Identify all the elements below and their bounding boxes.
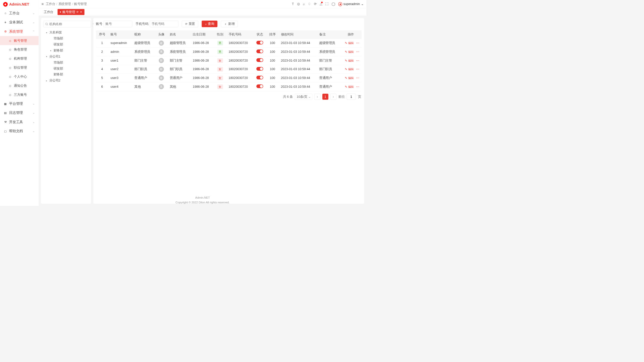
edit-icon: ✎: [345, 68, 347, 71]
tab-账号管理[interactable]: 账号管理⟳✕: [58, 9, 85, 15]
chevron-icon: ⌄: [33, 111, 35, 115]
add-button[interactable]: ＋新增: [221, 21, 238, 27]
col-排序: 排序: [266, 30, 278, 39]
status-switch[interactable]: [256, 67, 263, 71]
query-button[interactable]: ⌕查询: [202, 21, 218, 27]
tree-node[interactable]: 研发部: [44, 41, 89, 48]
text-size-icon[interactable]: T: [292, 2, 294, 6]
phone-input[interactable]: [150, 21, 178, 27]
status-switch[interactable]: [256, 84, 263, 88]
goto-unit: 页: [358, 95, 361, 99]
sidebar: ◉ Admin.NET ⌂工作台⌄✈业务测试⌄⚙系统管理⌃◇账号管理◇角色管理◇…: [0, 0, 39, 206]
menu-icon: ⌂: [4, 12, 7, 15]
col-手机号码: 手机号码: [226, 30, 253, 39]
chevron-icon: ⌄: [33, 120, 35, 124]
page-size-select[interactable]: 10条/页 ⌄: [295, 94, 312, 100]
sidebar-subitem-三方账号[interactable]: ◇三方账号: [0, 90, 39, 99]
sidebar-subitem-角色管理[interactable]: ◇角色管理: [0, 45, 39, 54]
menu-icon: ◇: [8, 75, 12, 78]
breadcrumb: 工作台/系统管理/账号管理: [46, 2, 87, 6]
page-1-button[interactable]: 1: [322, 94, 328, 100]
tree-node[interactable]: ▸财务部: [44, 48, 89, 54]
caret-icon: ▾: [46, 55, 48, 58]
chevron-icon: ⌄: [33, 12, 35, 15]
row-more-button[interactable]: ⋯: [356, 59, 359, 62]
sidebar-subitem-个人中心[interactable]: ◇个人中心: [0, 72, 39, 81]
edit-button[interactable]: ✎编辑: [345, 41, 354, 45]
edit-icon: ✎: [345, 59, 347, 62]
sidebar-subitem-通知公告[interactable]: ◇通知公告: [0, 81, 39, 90]
table-row: 1superadmin超级管理员超超级管理员1986-06-28男1802003…: [96, 39, 361, 48]
user-menu[interactable]: ◕ superadmin ⌄: [338, 2, 364, 6]
target-icon[interactable]: ◎: [297, 2, 300, 6]
tree-node[interactable]: 市场部: [44, 60, 89, 66]
menu-icon: ◇: [8, 66, 12, 69]
menu-icon: ▢: [4, 129, 7, 133]
account-label: 账号: [96, 22, 102, 26]
row-more-button[interactable]: ⋯: [356, 76, 359, 80]
caret-icon: ▸: [50, 49, 53, 52]
menu-icon: ◇: [8, 57, 12, 60]
menu-icon: ◇: [8, 93, 12, 97]
sidebar-item-业务测试[interactable]: ✈业务测试⌄: [0, 18, 39, 27]
status-switch[interactable]: [256, 76, 263, 79]
shirt-icon[interactable]: ♢: [308, 2, 311, 6]
col-出生日期: 出生日期: [190, 30, 214, 39]
table-row: 6user4其他其其他1986-06-28女180200307201002023…: [96, 82, 361, 91]
sidebar-item-系统管理[interactable]: ⚙系统管理⌃: [0, 27, 39, 36]
breadcrumb-item[interactable]: 系统管理: [58, 2, 71, 6]
sidebar-item-日志管理[interactable]: ▤日志管理⌄: [0, 108, 39, 117]
tree-node[interactable]: ▾分公司1: [44, 54, 89, 60]
org-search-input[interactable]: [44, 21, 91, 27]
tab-工作台[interactable]: 工作台: [42, 9, 56, 15]
prev-page-button[interactable]: ‹: [314, 94, 320, 100]
close-icon[interactable]: ✕: [80, 10, 82, 14]
search-icon[interactable]: ⌕: [303, 2, 305, 6]
gender-tag: 男: [217, 41, 223, 45]
sidebar-item-帮助文档[interactable]: ▢帮助文档⌄: [0, 127, 39, 136]
next-page-button[interactable]: ›: [330, 94, 336, 100]
row-more-button[interactable]: ⋯: [356, 67, 359, 71]
logo[interactable]: ◉ Admin.NET: [0, 0, 39, 9]
sidebar-item-平台管理[interactable]: ▦平台管理⌄: [0, 99, 39, 108]
sidebar-subitem-机构管理[interactable]: ◇机构管理: [0, 54, 39, 63]
tree-node[interactable]: ▸分公司2: [44, 77, 89, 83]
chevron-icon: ⌄: [33, 130, 35, 133]
refresh-icon[interactable]: ⟳: [314, 2, 316, 6]
sidebar-subitem-职位管理[interactable]: ◇职位管理: [0, 63, 39, 72]
gender-tag: 女: [217, 58, 223, 63]
edit-button[interactable]: ✎编辑: [345, 67, 354, 71]
tree-node[interactable]: 研发部: [44, 66, 89, 72]
reset-button[interactable]: ⟳重置: [182, 21, 198, 27]
hamburger-icon[interactable]: ≡: [42, 2, 44, 6]
status-switch[interactable]: [256, 41, 263, 44]
brand: Admin.NET: [9, 2, 29, 7]
dot-icon: [60, 11, 61, 13]
status-switch[interactable]: [256, 58, 263, 62]
goto-input[interactable]: [347, 94, 356, 100]
fullscreen-icon[interactable]: ⛶: [325, 2, 329, 6]
row-more-button[interactable]: ⋯: [356, 50, 359, 54]
sidebar-item-工作台[interactable]: ⌂工作台⌄: [0, 9, 39, 18]
edit-button[interactable]: ✎编辑: [345, 50, 354, 54]
breadcrumb-item[interactable]: 账号管理: [74, 2, 87, 6]
row-more-button[interactable]: ⋯: [356, 41, 359, 45]
account-input[interactable]: [104, 21, 132, 27]
edit-button[interactable]: ✎编辑: [345, 76, 354, 80]
status-switch[interactable]: [256, 50, 263, 53]
profile-icon[interactable]: ◯: [332, 2, 335, 6]
bell-icon[interactable]: △: [320, 2, 322, 6]
chevron-icon: ⌄: [33, 102, 35, 105]
tree-node[interactable]: 财务部: [44, 72, 89, 78]
row-more-button[interactable]: ⋯: [356, 85, 359, 88]
tree-node[interactable]: ▾大名科技: [44, 29, 89, 35]
sidebar-item-开发工具[interactable]: ⚒开发工具⌄: [0, 117, 39, 126]
edit-button[interactable]: ✎编辑: [345, 85, 354, 88]
gender-tag: 女: [217, 84, 223, 89]
tree-node[interactable]: 市场部: [44, 35, 89, 41]
breadcrumb-item[interactable]: 工作台: [46, 2, 55, 6]
reload-icon[interactable]: ⟳: [76, 10, 79, 14]
edit-button[interactable]: ✎编辑: [345, 59, 354, 62]
sidebar-subitem-账号管理[interactable]: ◇账号管理: [0, 36, 39, 45]
search-icon: ⌕: [205, 22, 207, 25]
